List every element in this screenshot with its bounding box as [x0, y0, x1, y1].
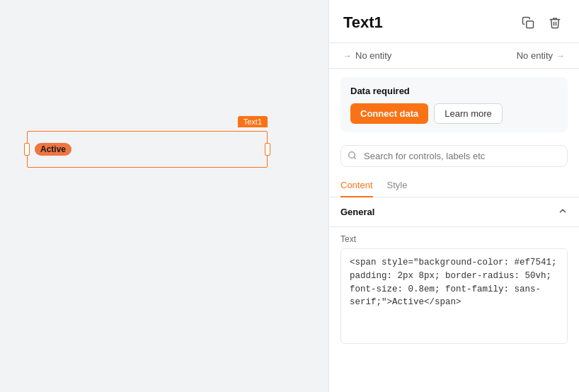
text-field-group: Text — [329, 227, 579, 354]
canvas-panel: Text1 Active — [0, 0, 328, 392]
arrow-right-icon: → — [556, 51, 565, 61]
svg-line-2 — [354, 157, 355, 158]
tabs: Content Style — [329, 174, 579, 197]
entity-right-label: No entity — [517, 50, 553, 61]
tab-style[interactable]: Style — [387, 174, 408, 197]
entity-left[interactable]: → No entity — [343, 50, 391, 61]
search-icon — [348, 151, 357, 162]
properties-panel: Text1 → No entity No entity → Data r — [328, 0, 579, 392]
active-badge: Active — [35, 143, 71, 156]
canvas-widget[interactable]: Text1 Active — [27, 131, 268, 168]
text-field-label: Text — [340, 234, 568, 244]
entity-left-label: No entity — [355, 50, 391, 61]
search-input[interactable] — [340, 145, 568, 167]
widget-label: Text1 — [238, 116, 268, 127]
copy-button[interactable] — [518, 13, 538, 33]
data-required-banner: Data required Connect data Learn more — [340, 77, 568, 132]
resize-handle-right[interactable] — [265, 143, 270, 156]
tab-content[interactable]: Content — [340, 174, 373, 197]
general-title: General — [340, 207, 374, 217]
text-field-input[interactable] — [340, 248, 568, 344]
arrow-left-icon: → — [343, 51, 352, 61]
general-section-header[interactable]: General — [329, 197, 579, 227]
data-required-title: Data required — [350, 86, 558, 96]
search-bar — [340, 145, 568, 167]
resize-handle-left[interactable] — [24, 143, 30, 156]
svg-rect-0 — [527, 21, 534, 28]
banner-buttons: Connect data Learn more — [350, 103, 558, 124]
learn-more-button[interactable]: Learn more — [434, 103, 502, 124]
panel-title: Text1 — [343, 13, 383, 32]
chevron-up-icon[interactable] — [558, 206, 568, 218]
entity-right[interactable]: No entity → — [517, 50, 565, 61]
entity-row: → No entity No entity → — [329, 43, 579, 69]
connect-data-button[interactable]: Connect data — [350, 103, 428, 124]
panel-header: Text1 — [329, 0, 579, 43]
delete-button[interactable] — [545, 13, 565, 33]
panel-icon-group — [518, 13, 565, 33]
